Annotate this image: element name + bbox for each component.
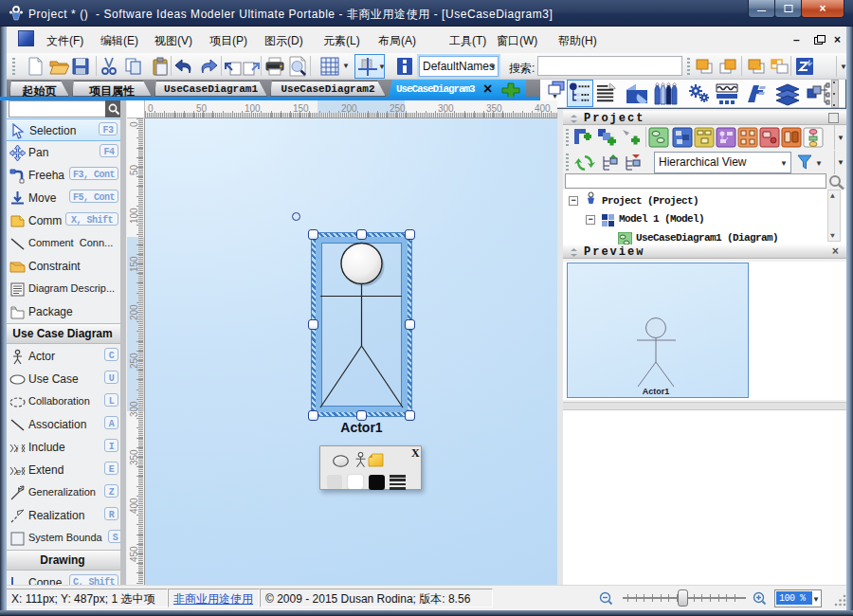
- svg-text:e: e: [16, 467, 21, 477]
- svg-text:i: i: [16, 444, 19, 454]
